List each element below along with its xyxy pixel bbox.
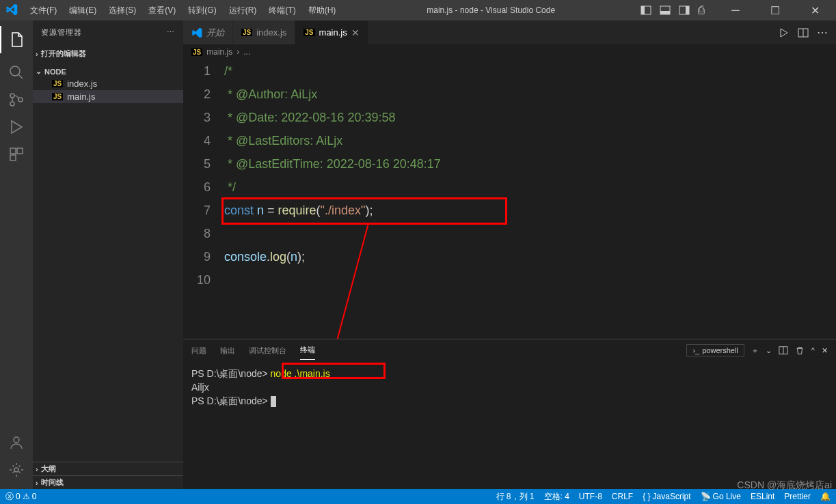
new-terminal-icon[interactable]: ＋ bbox=[751, 346, 759, 356]
svg-point-9 bbox=[10, 102, 14, 106]
menu-run[interactable]: 运行(R) bbox=[224, 2, 262, 19]
tab-index-js[interactable]: JS index.js bbox=[233, 20, 295, 44]
editor-tabs: 开始 JS index.js JS main.js ✕ ⋯ bbox=[183, 20, 836, 44]
broadcast-icon: 📡 bbox=[701, 492, 711, 501]
timeline-section[interactable]: › 时间线 bbox=[33, 475, 183, 489]
panel-tab-debug[interactable]: 调试控制台 bbox=[249, 341, 286, 360]
editor-body[interactable]: 12345 678910 /* * @Author: AiLjx * @Date… bbox=[183, 59, 836, 339]
status-indentation[interactable]: 空格: 4 bbox=[544, 491, 569, 503]
js-file-icon: JS bbox=[191, 48, 202, 56]
status-bar: ⓧ0 ⚠0 行 8，列 1 空格: 4 UTF-8 CRLF { } JavaS… bbox=[0, 489, 836, 504]
menu-file[interactable]: 文件(F) bbox=[25, 2, 62, 19]
js-file-icon: JS bbox=[304, 29, 314, 36]
close-tab-icon[interactable]: ✕ bbox=[351, 27, 360, 38]
layout-bottom-icon[interactable] bbox=[660, 5, 671, 16]
explorer-icon[interactable] bbox=[0, 26, 33, 53]
chevron-right-icon: › bbox=[36, 465, 38, 473]
svg-line-7 bbox=[18, 74, 23, 79]
sidebar-title: 资源管理器 bbox=[41, 27, 82, 38]
svg-point-8 bbox=[10, 94, 14, 98]
warning-icon: ⚠ bbox=[23, 492, 30, 501]
layout-left-icon[interactable] bbox=[641, 5, 651, 16]
svg-rect-1 bbox=[641, 6, 645, 14]
extensions-icon[interactable] bbox=[8, 146, 25, 163]
layout-customize-icon[interactable]: ⎙ bbox=[698, 4, 705, 16]
bottom-panel: 问题 输出 调试控制台 终端 ›_ powershell ＋ ⌄ ^ ✕ PS … bbox=[183, 339, 836, 489]
status-language[interactable]: { } JavaScript bbox=[643, 492, 690, 501]
js-file-icon: JS bbox=[241, 29, 252, 36]
status-golive[interactable]: 📡Go Live bbox=[701, 492, 741, 501]
menu-terminal[interactable]: 终端(T) bbox=[263, 2, 301, 19]
account-icon[interactable] bbox=[8, 434, 25, 451]
vscode-icon bbox=[191, 27, 202, 38]
terminal-cursor bbox=[271, 396, 276, 407]
chevron-right-icon: › bbox=[36, 479, 38, 487]
svg-point-10 bbox=[18, 98, 23, 102]
tab-main-js[interactable]: JS main.js ✕ bbox=[295, 20, 368, 44]
run-file-icon[interactable] bbox=[779, 27, 790, 38]
svg-rect-3 bbox=[660, 11, 670, 14]
error-icon: ⓧ bbox=[5, 491, 14, 503]
status-cursor-pos[interactable]: 行 8，列 1 bbox=[496, 491, 535, 503]
explorer-sidebar: 资源管理器 ⋯ › 打开的编辑器 ⌄ NODE JS index.js JS m… bbox=[33, 20, 183, 489]
menu-selection[interactable]: 选择(S) bbox=[103, 2, 141, 19]
split-terminal-icon[interactable] bbox=[779, 346, 788, 355]
chevron-right-icon: › bbox=[36, 50, 38, 58]
svg-point-6 bbox=[10, 66, 20, 76]
svg-point-14 bbox=[14, 437, 19, 443]
panel-tab-output[interactable]: 输出 bbox=[220, 341, 235, 360]
layout-right-icon[interactable] bbox=[679, 5, 690, 16]
terminal-shell-selector[interactable]: ›_ powershell bbox=[686, 344, 744, 356]
status-eslint[interactable]: ESLint bbox=[751, 492, 774, 501]
svg-rect-5 bbox=[686, 6, 689, 14]
kill-terminal-icon[interactable] bbox=[795, 346, 805, 355]
close-icon[interactable]: ✕ bbox=[799, 0, 831, 20]
search-icon[interactable] bbox=[8, 64, 25, 81]
settings-icon[interactable] bbox=[8, 462, 25, 478]
svg-rect-13 bbox=[10, 155, 16, 160]
chevron-down-icon: ⌄ bbox=[36, 67, 42, 76]
menu-view[interactable]: 查看(V) bbox=[143, 2, 181, 19]
file-index-js[interactable]: JS index.js bbox=[33, 77, 183, 90]
status-errors[interactable]: ⓧ0 ⚠0 bbox=[5, 491, 36, 503]
status-eol[interactable]: CRLF bbox=[612, 492, 633, 501]
split-editor-icon[interactable] bbox=[798, 27, 809, 38]
sidebar-more-icon[interactable]: ⋯ bbox=[167, 28, 175, 37]
tab-welcome[interactable]: 开始 bbox=[183, 20, 233, 44]
status-notifications-icon[interactable]: 🔔 bbox=[820, 492, 831, 501]
minimize-icon[interactable]: ─ bbox=[720, 0, 751, 20]
vscode-logo-icon bbox=[5, 3, 19, 17]
panel-maximize-icon[interactable]: ^ bbox=[811, 346, 815, 354]
panel-tab-problems[interactable]: 问题 bbox=[191, 341, 206, 360]
menu-help[interactable]: 帮助(H) bbox=[303, 2, 342, 19]
terminal-content[interactable]: PS D:\桌面\node> node .\main.js Ailjx PS D… bbox=[183, 361, 836, 489]
project-section[interactable]: ⌄ NODE bbox=[33, 66, 183, 77]
code-content[interactable]: /* * @Author: AiLjx * @Date: 2022-08-16 … bbox=[224, 59, 836, 339]
terminal-icon: ›_ bbox=[692, 346, 699, 354]
file-main-js[interactable]: JS main.js bbox=[33, 90, 183, 103]
source-control-icon[interactable] bbox=[8, 92, 25, 108]
panel-tab-terminal[interactable]: 终端 bbox=[300, 341, 315, 360]
menu-go[interactable]: 转到(G) bbox=[183, 2, 221, 19]
run-debug-icon[interactable] bbox=[8, 119, 25, 135]
line-numbers: 12345 678910 bbox=[183, 59, 224, 339]
svg-rect-11 bbox=[10, 148, 16, 154]
js-file-icon: JS bbox=[52, 93, 63, 100]
status-prettier[interactable]: Prettier bbox=[784, 492, 811, 501]
panel-close-icon[interactable]: ✕ bbox=[822, 346, 828, 355]
menu-bar: 文件(F) 编辑(E) 选择(S) 查看(V) 转到(G) 运行(R) 终端(T… bbox=[25, 2, 341, 19]
titlebar: 文件(F) 编辑(E) 选择(S) 查看(V) 转到(G) 运行(R) 终端(T… bbox=[0, 0, 836, 20]
maximize-icon[interactable]: ☐ bbox=[759, 0, 791, 20]
activity-bar bbox=[0, 20, 33, 489]
status-encoding[interactable]: UTF-8 bbox=[579, 492, 602, 501]
menu-edit[interactable]: 编辑(E) bbox=[64, 2, 102, 19]
breadcrumb[interactable]: JS main.js › ... bbox=[183, 44, 836, 59]
outline-section[interactable]: › 大纲 bbox=[33, 462, 183, 475]
svg-rect-12 bbox=[17, 148, 23, 154]
minimap[interactable] bbox=[781, 59, 836, 339]
js-file-icon: JS bbox=[52, 80, 63, 87]
svg-point-15 bbox=[14, 468, 18, 472]
more-actions-icon[interactable]: ⋯ bbox=[817, 26, 828, 39]
open-editors-section[interactable]: › 打开的编辑器 bbox=[33, 47, 183, 60]
terminal-dropdown-icon[interactable]: ⌄ bbox=[766, 346, 772, 355]
